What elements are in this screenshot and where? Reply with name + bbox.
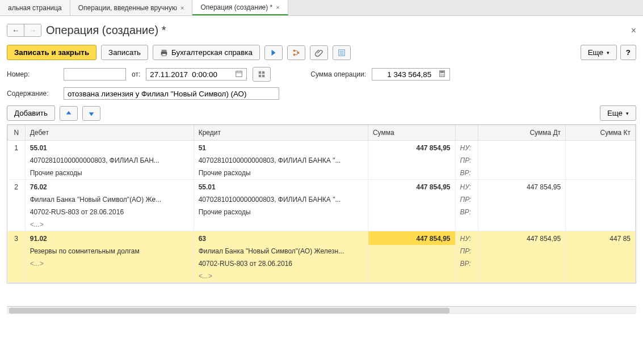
tab-label: Операция (создание) * (200, 3, 272, 11)
page-title: Операция (создание) * (46, 24, 166, 37)
date-input[interactable] (146, 69, 232, 80)
debit-subconto2[interactable]: 40702-RUS-803 от 28.06.2016 (25, 206, 194, 218)
attach-button[interactable] (310, 45, 328, 60)
accounting-report-button[interactable]: Бухгалтерская справка (153, 45, 260, 60)
tab-main-page[interactable]: альная страница (0, 0, 70, 15)
col-header-sum[interactable]: Сумма (368, 125, 455, 141)
svg-point-20 (440, 74, 442, 75)
tree-button[interactable] (287, 45, 305, 60)
svg-rect-10 (236, 71, 242, 77)
sum-dt[interactable]: 447 854,95 (478, 231, 566, 246)
horizontal-scrollbar[interactable] (7, 306, 636, 314)
debit-subconto3[interactable]: <...> (25, 218, 194, 231)
debit-subconto2[interactable]: <...> (25, 257, 194, 270)
debit-account[interactable]: 76.02 (25, 180, 194, 194)
arrow-up-icon (65, 109, 73, 117)
col-header-n[interactable]: N (8, 125, 26, 141)
move-up-button[interactable] (60, 106, 78, 121)
debit-subconto1[interactable]: Резервы по сомнительным долгам (25, 245, 194, 257)
svg-rect-5 (297, 52, 300, 54)
credit-subconto3[interactable] (194, 218, 368, 231)
svg-point-23 (443, 75, 444, 76)
credit-subconto3[interactable]: <...> (194, 270, 368, 283)
sum-input[interactable] (372, 69, 435, 80)
back-button[interactable]: ← (7, 24, 24, 36)
credit-subconto2[interactable]: Прочие расходы (194, 167, 368, 180)
credit-account[interactable]: 51 (194, 141, 368, 155)
sum-kt[interactable] (566, 180, 636, 194)
save-button[interactable]: Записать (101, 45, 148, 60)
row-sum[interactable]: 447 854,95 (368, 141, 455, 155)
svg-rect-19 (440, 71, 444, 73)
credit-subconto2[interactable]: Прочие расходы (194, 206, 368, 218)
row-number[interactable]: 1 (8, 141, 26, 155)
more-button[interactable]: Еще (581, 45, 617, 60)
sum-dt[interactable]: 447 854,95 (478, 180, 566, 194)
desc-input[interactable] (64, 87, 279, 100)
nav-buttons: ← → (7, 24, 41, 37)
close-icon[interactable]: × (180, 5, 184, 11)
tab-manual-ops[interactable]: Операции, введенные вручную × (70, 0, 193, 15)
grid-icon (258, 70, 266, 78)
printer-icon (160, 49, 168, 57)
svg-rect-4 (293, 53, 296, 56)
move-right-button[interactable] (264, 45, 283, 60)
calendar-icon[interactable] (232, 70, 246, 79)
desc-label: Содержание: (7, 90, 58, 98)
credit-subconto2[interactable]: 40702-RUS-803 от 28.06.2016 (194, 257, 368, 270)
tag-vr: ВР: (455, 206, 478, 218)
svg-point-22 (440, 75, 442, 76)
paperclip-icon (315, 49, 323, 57)
col-header-debit[interactable]: Дебет (25, 125, 194, 141)
debit-account[interactable]: 55.01 (25, 141, 194, 155)
col-header-sum-dt[interactable]: Сумма Дт (478, 125, 566, 141)
close-page-button[interactable]: × (631, 26, 636, 36)
credit-account[interactable]: 55.01 (194, 180, 368, 194)
debit-subconto2[interactable]: Прочие расходы (25, 167, 194, 180)
debit-subconto1[interactable]: Филиал Банка "Новый Символ"(АО) Же... (25, 193, 194, 206)
move-down-button[interactable] (82, 106, 100, 121)
row-number[interactable]: 2 (8, 180, 26, 194)
tab-label: Операции, введенные вручную (78, 4, 177, 12)
calculator-icon[interactable] (435, 70, 449, 79)
tab-operation-create[interactable]: Операция (создание) * × (192, 0, 288, 15)
credit-subconto1[interactable]: 40702810100000000803, ФИЛИАЛ БАНКА "... (194, 154, 368, 167)
save-and-close-button[interactable]: Записать и закрыть (7, 45, 96, 60)
svg-rect-3 (293, 49, 296, 52)
sum-dt[interactable] (478, 141, 566, 155)
col-header-sum-kt[interactable]: Сумма Кт (566, 125, 636, 141)
svg-point-21 (443, 74, 444, 75)
svg-rect-15 (262, 71, 264, 74)
row-sum[interactable]: 447 854,95 (368, 180, 455, 194)
close-icon[interactable]: × (276, 4, 279, 11)
row-number[interactable]: 3 (8, 231, 26, 246)
sum-kt[interactable] (566, 141, 636, 155)
svg-rect-17 (262, 75, 264, 77)
credit-subconto1[interactable]: Филиал Банка "Новый Символ"(АО) Железн..… (194, 245, 368, 257)
debit-subconto1[interactable]: 40702810100000000803, ФИЛИАЛ БАН... (25, 154, 194, 167)
tag-nu: НУ: (455, 180, 478, 194)
list-button[interactable] (333, 45, 351, 60)
debit-subconto3[interactable] (25, 270, 194, 283)
debit-account[interactable]: 91.02 (25, 231, 194, 246)
row-sum[interactable]: 447 854,95 (368, 231, 455, 246)
tag-pr: ПР: (455, 245, 478, 257)
add-row-button[interactable]: Добавить (7, 105, 55, 121)
svg-rect-14 (259, 71, 261, 74)
date-extra-button[interactable] (253, 67, 271, 82)
tree-icon (292, 49, 300, 57)
forward-button[interactable]: → (24, 24, 41, 36)
arrow-down-icon (87, 109, 95, 117)
scrollbar-thumb[interactable] (9, 308, 449, 314)
sum-kt[interactable]: 447 85 (566, 231, 636, 246)
tabs-bar: альная страница Операции, введенные вруч… (0, 0, 643, 16)
list-icon (338, 49, 346, 57)
number-input[interactable] (64, 68, 126, 81)
svg-rect-16 (259, 75, 261, 77)
col-header-credit[interactable]: Кредит (194, 125, 368, 141)
credit-subconto1[interactable]: 40702810100000000803, ФИЛИАЛ БАНКА "... (194, 193, 368, 206)
tag-pr: ПР: (455, 154, 478, 167)
help-button[interactable]: ? (620, 45, 636, 60)
credit-account[interactable]: 63 (194, 231, 368, 246)
table-more-button[interactable]: Еще (600, 105, 636, 121)
